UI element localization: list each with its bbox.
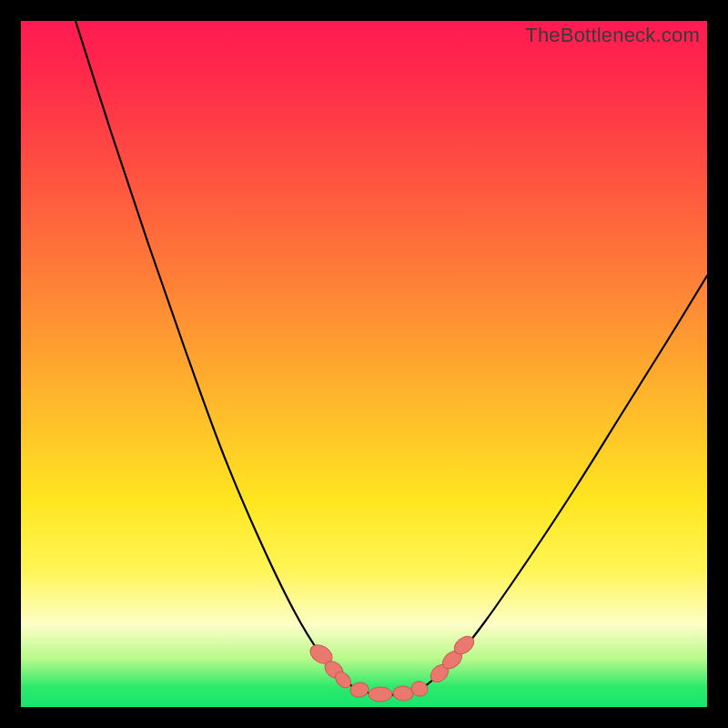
chart-frame: TheBottleneck.com: [0, 0, 728, 728]
bead: [369, 687, 392, 702]
curve-beads: [307, 632, 477, 702]
bottleneck-curve: [76, 21, 707, 695]
curve-layer: [21, 21, 707, 707]
bead: [349, 681, 370, 699]
plot-area: TheBottleneck.com: [21, 21, 707, 707]
bead: [392, 685, 414, 702]
